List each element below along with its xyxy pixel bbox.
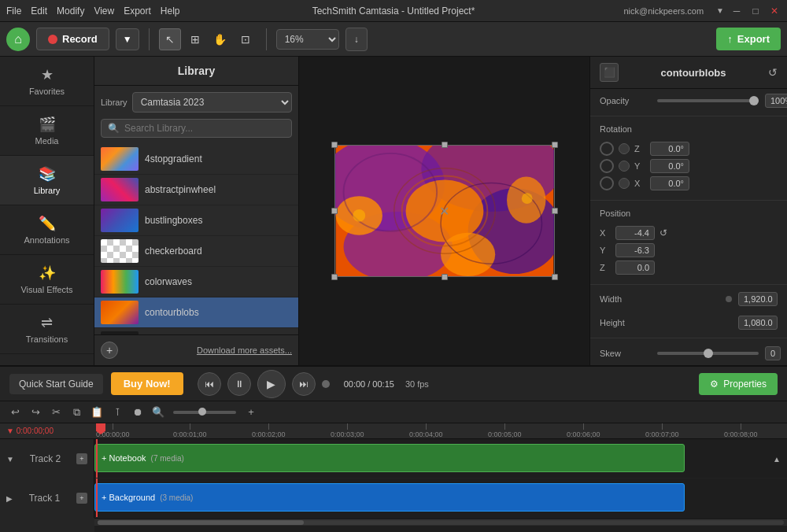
record-dropdown[interactable]: ▼ — [116, 28, 139, 50]
menu-file[interactable]: File — [6, 6, 21, 17]
close-button[interactable]: ✕ — [768, 5, 781, 17]
crop-tool[interactable]: ⊡ — [235, 28, 257, 50]
list-item[interactable]: checkerboard — [94, 236, 298, 267]
redo-button[interactable]: ↪ — [27, 404, 44, 421]
handle-ml[interactable] — [331, 208, 338, 214]
play-button[interactable]: ▶ — [257, 370, 286, 398]
panel-refresh-button[interactable]: ↺ — [768, 66, 778, 79]
rotation-z-value[interactable]: 0.0° — [650, 142, 689, 156]
list-item[interactable]: abstractpinwheel — [94, 175, 298, 205]
menu-help[interactable]: Help — [161, 6, 180, 17]
handle-mr[interactable] — [552, 208, 558, 214]
handle-tr[interactable] — [552, 142, 558, 148]
sidebar-item-media[interactable]: 🎬 Media — [0, 106, 94, 156]
rotation-y-dial[interactable] — [600, 159, 614, 173]
sidebar-item-transitions[interactable]: ⇌ Transitions — [0, 305, 94, 354]
sidebar-item-favorites[interactable]: ★ Favorites — [0, 57, 94, 106]
rotation-x-value[interactable]: 0.0° — [650, 176, 689, 190]
maximize-button[interactable]: □ — [749, 5, 762, 17]
skew-slider[interactable] — [657, 352, 759, 355]
panel-icon-tab[interactable]: ⬛ — [600, 63, 619, 82]
list-item[interactable]: colorwaves — [94, 267, 298, 297]
rotation-z-dial[interactable] — [600, 142, 614, 156]
panel-header: ⬛ contourblobs ↺ — [590, 57, 787, 89]
sidebar-item-library[interactable]: 📚 Library — [0, 156, 94, 205]
step-forward-button[interactable]: ⏭ — [292, 372, 316, 396]
properties-button[interactable]: ⚙ Properties — [699, 373, 778, 395]
opacity-value[interactable]: 100% — [765, 94, 787, 108]
list-item[interactable]: digitaltrains — [94, 328, 298, 334]
dropdown-arrow[interactable]: ▼ — [716, 6, 724, 15]
download-button[interactable]: ↓ — [345, 28, 368, 51]
height-value[interactable]: 1,080.0 — [738, 316, 778, 330]
position-z-value[interactable]: 0.0 — [615, 260, 655, 275]
ruler-mark-5: 0:00:05;00 — [488, 423, 522, 438]
canvas-frame-container[interactable]: ✕ — [334, 145, 555, 277]
rotation-y-value[interactable]: 0.0° — [650, 159, 689, 173]
menu-export[interactable]: Export — [124, 6, 151, 17]
position-x-refresh[interactable]: ↺ — [660, 227, 667, 238]
track-expand-2[interactable]: ▼ — [6, 455, 14, 464]
favorites-icon: ★ — [41, 66, 54, 83]
timeline-ruler: 0:00:00;00 0:00:01;00 0:00:02;00 0:00:03… — [94, 423, 787, 439]
zoom-select[interactable]: 16% 25% 50% 100% — [276, 29, 339, 50]
handle-bl[interactable] — [331, 274, 338, 280]
list-item[interactable]: bustlingboxes — [94, 205, 298, 236]
select-tool[interactable]: ↖ — [159, 28, 181, 50]
list-item[interactable]: 4stopgradient — [94, 144, 298, 175]
record-button[interactable]: Record — [36, 28, 109, 50]
record-screen-button[interactable]: ⏺ — [129, 404, 146, 421]
quick-start-button[interactable]: Quick Start Guide — [9, 374, 103, 394]
handle-tl[interactable] — [331, 142, 338, 148]
zoom-out-button[interactable]: 🔍 — [150, 404, 167, 421]
track-add-2[interactable]: + — [76, 453, 87, 464]
search-input[interactable] — [124, 123, 285, 134]
playhead-head — [96, 423, 105, 434]
copy-button[interactable]: ⧉ — [68, 404, 85, 421]
step-back-button[interactable]: ⏮ — [198, 372, 221, 396]
buy-now-button[interactable]: Buy Now! — [111, 372, 183, 395]
minimize-button[interactable]: ─ — [730, 5, 743, 17]
export-button[interactable]: ↑ Export — [716, 28, 781, 50]
play-pause-button[interactable]: ⏸ — [227, 372, 251, 396]
position-x-value[interactable]: -4.4 — [615, 226, 655, 240]
sidebar-item-visual-effects[interactable]: ✨ Visual Effects — [0, 255, 94, 305]
undo-button[interactable]: ↩ — [6, 404, 24, 421]
home-button[interactable]: ⌂ — [6, 28, 30, 51]
cut-button[interactable]: ✂ — [47, 404, 65, 421]
zoom-in-button[interactable]: + — [242, 404, 260, 421]
menu-view[interactable]: View — [94, 6, 114, 17]
handle-tm[interactable] — [442, 142, 448, 148]
track-name-1: Track 1 — [29, 493, 61, 504]
rotation-x-dial[interactable] — [600, 176, 614, 190]
track-add-1[interactable]: + — [76, 493, 87, 504]
menu-edit[interactable]: Edit — [31, 6, 47, 17]
timeline-scrollbar[interactable] — [94, 518, 787, 526]
opacity-slider[interactable] — [657, 99, 759, 102]
hand-tool[interactable]: ✋ — [209, 28, 231, 50]
width-lock-icon[interactable] — [726, 296, 732, 302]
handle-bm[interactable] — [442, 274, 448, 280]
zoom-slider[interactable] — [173, 411, 236, 414]
handle-br[interactable] — [552, 274, 558, 280]
track-2-expand-arrow[interactable]: ▲ — [773, 454, 781, 463]
paste-button[interactable]: 📋 — [88, 404, 105, 421]
split-button[interactable]: ⊺ — [109, 404, 126, 421]
zoom-slider-thumb[interactable] — [198, 408, 206, 416]
sidebar-item-annotations[interactable]: ✏️ Annotations — [0, 205, 94, 255]
library-select[interactable]: Camtasia 2023 — [132, 92, 292, 113]
width-value[interactable]: 1,920.0 — [738, 292, 778, 306]
gear-icon: ⚙ — [710, 379, 719, 390]
download-more-link[interactable]: Download more assets... — [197, 345, 292, 355]
playhead-scrubber[interactable] — [322, 380, 330, 388]
track-expand-1[interactable]: ▶ — [6, 494, 13, 503]
skew-value[interactable]: 0 — [765, 346, 781, 360]
track-1-clip[interactable]: + Background (3 media) — [94, 483, 685, 512]
track-2-clip[interactable]: + Notebook (7 media) — [94, 444, 685, 472]
position-y-value[interactable]: -6.3 — [615, 243, 655, 257]
add-asset-button[interactable]: + — [101, 342, 118, 359]
transform-tool[interactable]: ⊞ — [184, 28, 206, 50]
scroll-thumb[interactable] — [98, 520, 304, 525]
list-item-selected[interactable]: contourblobs — [94, 297, 298, 328]
menu-modify[interactable]: Modify — [57, 6, 84, 17]
